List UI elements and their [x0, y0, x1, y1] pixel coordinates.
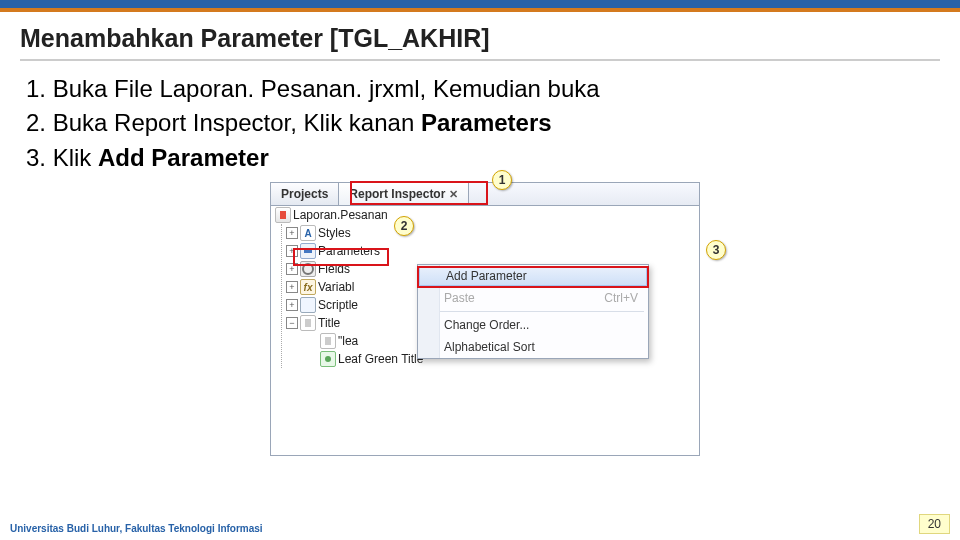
page-number: 20: [919, 514, 950, 534]
callout-3: 3: [706, 240, 726, 260]
tree-pane: Laporan.Pesanan + A Styles + Parameters …: [270, 206, 700, 456]
tree-root-label: Laporan.Pesanan: [293, 208, 388, 222]
expand-icon[interactable]: +: [286, 245, 298, 257]
node-label: Styles: [318, 226, 351, 240]
screenshot: Projects Report Inspector ✕ Laporan.Pesa…: [270, 182, 700, 456]
step-3: Klik Add Parameter: [26, 142, 940, 174]
tree-node-styles[interactable]: + A Styles: [282, 224, 699, 242]
expand-icon[interactable]: +: [286, 263, 298, 275]
expand-icon[interactable]: +: [286, 299, 298, 311]
slide-title: Menambahkan Parameter [TGL_AKHIR]: [20, 24, 940, 61]
node-label: "lea: [338, 334, 358, 348]
node-label: Fields: [318, 262, 350, 276]
menu-change-order[interactable]: Change Order...: [418, 314, 648, 336]
title-icon: [300, 315, 316, 331]
styles-icon: A: [300, 225, 316, 241]
node-label: Title: [318, 316, 340, 330]
tree-root[interactable]: Laporan.Pesanan: [271, 206, 699, 224]
node-label: Parameters: [318, 244, 380, 258]
menu-shortcut: Ctrl+V: [604, 291, 638, 305]
menu-label: Add Parameter: [446, 269, 527, 283]
menu-label: Paste: [444, 291, 475, 305]
tab-bar: Projects Report Inspector ✕: [270, 182, 700, 206]
tab-label: Report Inspector: [349, 187, 445, 201]
report-icon: [275, 207, 291, 223]
menu-label: Alphabetical Sort: [444, 340, 535, 354]
step-list: Buka File Laporan. Pesanan. jrxml, Kemud…: [26, 73, 940, 174]
parameters-icon: [300, 243, 316, 259]
close-icon[interactable]: ✕: [449, 188, 458, 201]
node-label: Variabl: [318, 280, 354, 294]
node-label: Scriptle: [318, 298, 358, 312]
expand-icon[interactable]: +: [286, 281, 298, 293]
collapse-icon[interactable]: −: [286, 317, 298, 329]
context-menu: Add Parameter Paste Ctrl+V Change Order.…: [417, 264, 649, 359]
leaf-icon: [320, 351, 336, 367]
scriptlet-icon: [300, 297, 316, 313]
step-2: Buka Report Inspector, Klik kanan Parame…: [26, 107, 940, 139]
menu-paste: Paste Ctrl+V: [418, 287, 648, 309]
tab-report-inspector[interactable]: Report Inspector ✕: [339, 183, 469, 205]
tab-label: Projects: [281, 187, 328, 201]
menu-separator: [422, 311, 644, 312]
menu-add-parameter[interactable]: Add Parameter: [419, 266, 647, 286]
fields-icon: [300, 261, 316, 277]
variables-icon: fx: [300, 279, 316, 295]
tree-node-parameters[interactable]: + Parameters: [282, 242, 699, 260]
node-label: Leaf Green Title: [338, 352, 423, 366]
expand-icon[interactable]: +: [286, 227, 298, 239]
menu-alpha-sort[interactable]: Alphabetical Sort: [418, 336, 648, 358]
menu-label: Change Order...: [444, 318, 529, 332]
text-icon: [320, 333, 336, 349]
footer-text: Universitas Budi Luhur, Fakultas Teknolo…: [10, 523, 263, 534]
tab-projects[interactable]: Projects: [271, 183, 339, 205]
step-1: Buka File Laporan. Pesanan. jrxml, Kemud…: [26, 73, 940, 105]
